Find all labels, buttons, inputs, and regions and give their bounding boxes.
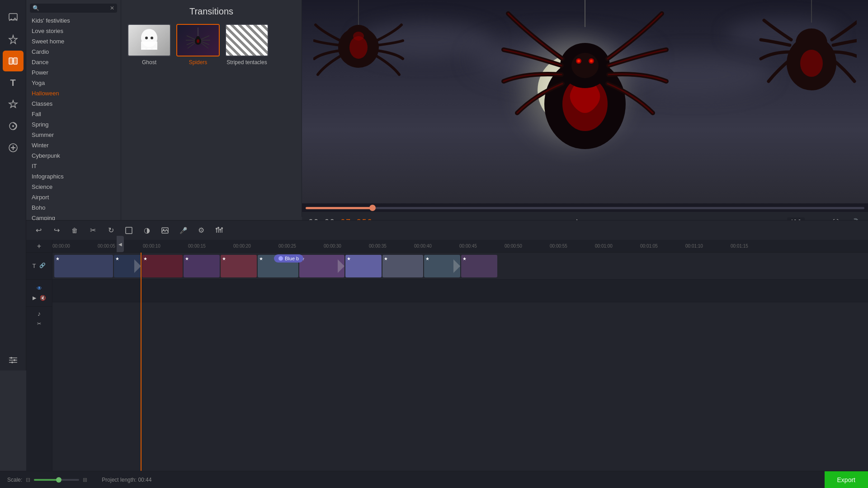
category-item-fall[interactable]: Fall	[26, 109, 121, 119]
collapse-panel-button[interactable]: ◀	[117, 236, 124, 252]
preview-canvas	[302, 0, 868, 217]
scale-max-icon[interactable]: ⊞	[83, 477, 87, 483]
transition-item-ghost[interactable]: Ghost	[127, 24, 171, 66]
mic-button[interactable]: 🎤	[175, 223, 191, 238]
category-item-cardio[interactable]: Cardio	[26, 47, 121, 57]
image-button[interactable]	[157, 223, 173, 238]
bottom-bar: Scale: ⊟ ⊞ Project length: 00:44 Export	[0, 471, 868, 488]
undo-button[interactable]: ↩	[31, 223, 46, 238]
time-marker-2: 00:00:10	[143, 244, 188, 249]
search-bar[interactable]: 🔍 ✕	[30, 4, 117, 13]
sidebar-item-stickers[interactable]	[3, 94, 24, 115]
category-item-spring[interactable]: Spring	[26, 119, 121, 130]
svg-point-35	[353, 32, 364, 41]
clip-block-9[interactable]: ★	[424, 255, 460, 277]
category-item-halloween[interactable]: Halloween	[26, 88, 121, 99]
sidebar-item-effects[interactable]	[3, 29, 24, 50]
crop-button[interactable]	[121, 223, 137, 238]
clip-block-1[interactable]: ★	[114, 255, 141, 277]
time-marker-14: 00:01:10	[685, 244, 731, 249]
clip-block-4[interactable]: ★	[221, 255, 257, 277]
transition-label-spiders: Spiders	[189, 59, 208, 66]
category-item-cyberpunk[interactable]: Cyberpunk	[26, 150, 121, 161]
settings-button[interactable]: ⚙	[193, 223, 209, 238]
spider-main	[472, 0, 698, 208]
progress-handle[interactable]	[369, 205, 376, 211]
category-item-sweet-home[interactable]: Sweet home	[26, 36, 121, 47]
category-item-classes[interactable]: Classes	[26, 99, 121, 109]
category-item-summer[interactable]: Summer	[26, 130, 121, 140]
transition-thumb-spiders	[176, 24, 220, 56]
cut-button[interactable]: ✂	[85, 223, 100, 238]
blue-b-dot	[278, 256, 283, 261]
clip-star-icon: ★	[425, 256, 429, 261]
text-track-icon[interactable]: T	[32, 262, 37, 270]
clip-block-8[interactable]: ★	[382, 255, 423, 277]
svg-point-51	[163, 229, 165, 230]
loop-button[interactable]: ↻	[103, 223, 118, 238]
time-marker-8: 00:00:40	[414, 244, 459, 249]
svg-point-17	[145, 37, 148, 39]
progress-track[interactable]	[306, 207, 864, 209]
transition-item-spiders[interactable]: Spiders	[176, 24, 220, 66]
category-item-science[interactable]: Science	[26, 182, 121, 192]
clip-block-7[interactable]: ★	[345, 255, 382, 277]
time-marker-15: 00:01:15	[731, 244, 776, 249]
eye-icon[interactable]: 👁	[36, 284, 43, 292]
sidebar-item-motion[interactable]	[3, 116, 24, 136]
category-item-winter[interactable]: Winter	[26, 140, 121, 150]
category-item-yoga[interactable]: Yoga	[26, 78, 121, 88]
link-track-icon[interactable]: 🔗	[38, 262, 47, 270]
sidebar-item-filters[interactable]	[3, 350, 24, 371]
clip-star-icon: ★	[185, 256, 189, 261]
svg-point-20	[196, 36, 200, 40]
clip-block-6[interactable]: ★	[299, 255, 344, 277]
timeline-content: Blue b ★ ★ ★ ★ ★ ★ ★ ★ ★ ★ ★	[52, 253, 868, 471]
spider-right	[739, 0, 857, 145]
category-item-it[interactable]: IT	[26, 161, 121, 171]
color-button[interactable]: ◑	[139, 223, 155, 238]
time-marker-10: 00:00:50	[505, 244, 550, 249]
scale-slider[interactable]	[34, 479, 79, 481]
clip-block-2[interactable]: ★	[142, 255, 183, 277]
category-item-airport[interactable]: Airport	[26, 192, 121, 202]
progress-bar-area	[302, 203, 868, 212]
search-input[interactable]	[41, 5, 110, 11]
redo-button[interactable]: ↪	[49, 223, 64, 238]
equalizer-button[interactable]	[212, 223, 227, 238]
add-track-icon[interactable]: +	[36, 241, 42, 251]
transition-item-striped-tentacles[interactable]: Striped tentacles	[225, 24, 269, 66]
audio-mute-icon[interactable]: 🔇	[39, 294, 47, 302]
video-icon[interactable]: ▶	[32, 294, 37, 302]
music-icon[interactable]: ♪	[37, 309, 42, 318]
category-item-kids-festivities[interactable]: Kids' festivities	[26, 15, 121, 26]
category-item-love-stories[interactable]: Love stories	[26, 26, 121, 36]
video-track: ★ ★ ★ ★ ★ ★ ★ ★ ★ ★ ★	[52, 253, 868, 280]
time-marker-3: 00:00:15	[188, 244, 233, 249]
preview-area	[302, 0, 868, 217]
clip-block-0[interactable]: ★	[54, 255, 113, 277]
scale-min-icon[interactable]: ⊟	[26, 477, 30, 483]
clip-star-icon: ★	[462, 256, 467, 261]
sidebar-item-text[interactable]: T	[3, 72, 24, 93]
scale-label: Scale:	[7, 477, 22, 483]
audio-cut-icon[interactable]: ✂	[36, 320, 42, 328]
category-item-infographics[interactable]: Infographics	[26, 171, 121, 182]
category-item-power[interactable]: Power	[26, 67, 121, 78]
export-button[interactable]: Export	[825, 471, 868, 488]
timeline-tracks[interactable]: Blue b ★ ★ ★ ★ ★ ★ ★ ★ ★ ★ ★	[52, 253, 868, 471]
category-item-boho[interactable]: Boho	[26, 202, 121, 213]
clip-block-3[interactable]: ★	[184, 255, 220, 277]
timeline-header: 00:00:0000:00:0500:00:1000:00:1500:00:20…	[52, 240, 868, 253]
time-marker-9: 00:00:45	[459, 244, 505, 249]
clip-block-10[interactable]: ★	[461, 255, 497, 277]
time-marker-5: 00:00:25	[278, 244, 324, 249]
category-item-dance[interactable]: Dance	[26, 57, 121, 67]
sidebar-item-add[interactable]	[3, 137, 24, 158]
clear-search-icon[interactable]: ✕	[110, 5, 114, 11]
clip-star-icon: ★	[347, 256, 351, 261]
scale-handle[interactable]	[56, 477, 61, 483]
sidebar-item-media[interactable]	[3, 7, 24, 28]
delete-button[interactable]: 🗑	[67, 223, 82, 238]
sidebar-item-transitions[interactable]	[3, 51, 24, 71]
